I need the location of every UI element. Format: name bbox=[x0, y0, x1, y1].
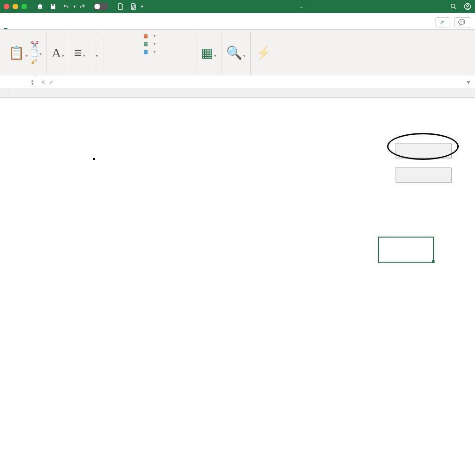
active-cell-indicator bbox=[378, 237, 434, 263]
zoom-window-button[interactable] bbox=[21, 4, 27, 9]
format-as-table-button[interactable]: ▦▾ bbox=[143, 41, 156, 47]
window-controls bbox=[4, 4, 27, 9]
filename-dropdown-icon[interactable]: ⌄ bbox=[300, 4, 303, 9]
format-painter-icon[interactable]: 🖌 bbox=[31, 58, 42, 65]
comment-icon: 💬 bbox=[458, 19, 465, 26]
cut-icon[interactable]: ✂️ bbox=[31, 41, 42, 48]
undo-icon[interactable] bbox=[62, 3, 70, 10]
question-table bbox=[93, 158, 95, 160]
print-button[interactable] bbox=[395, 167, 451, 182]
share-button[interactable]: ↗ bbox=[435, 17, 450, 27]
formula-bar: ▲▼ ✕ ✓ ▼ bbox=[0, 76, 475, 88]
new-file-icon[interactable] bbox=[117, 3, 124, 10]
ribbon-group-ideas: ⚡ bbox=[251, 32, 276, 74]
share-icon: ↗ bbox=[440, 19, 444, 26]
ribbon-group-cells: ▦▾ bbox=[196, 32, 221, 74]
cells-icon[interactable]: ▦▾ bbox=[201, 45, 216, 60]
cond-fmt-icon: ▦ bbox=[143, 33, 148, 39]
tab-formulas[interactable] bbox=[52, 24, 56, 29]
copy-icon[interactable]: 📄▾ bbox=[31, 49, 42, 57]
new-question-button[interactable] bbox=[395, 143, 451, 158]
name-box-stepper-icon[interactable]: ▲▼ bbox=[31, 79, 34, 86]
font-icon[interactable]: A▾ bbox=[52, 46, 64, 60]
tab-review[interactable] bbox=[76, 24, 80, 29]
cell-styles-button[interactable]: ▦▾ bbox=[143, 49, 156, 55]
enter-formula-icon[interactable]: ✓ bbox=[49, 79, 54, 86]
autosave-switch[interactable] bbox=[94, 3, 108, 10]
undo-dropdown-icon[interactable]: ▾ bbox=[74, 4, 76, 9]
ribbon-group-clipboard: 📋▾ ✂️ 📄▾ 🖌 bbox=[4, 32, 47, 74]
redo-icon[interactable] bbox=[79, 3, 86, 10]
tab-view[interactable] bbox=[88, 24, 92, 29]
excel-file-icon bbox=[290, 6, 293, 7]
ribbon-group-font: A▾ bbox=[47, 32, 69, 74]
tab-insert[interactable] bbox=[16, 24, 20, 29]
tab-page-layout[interactable] bbox=[40, 24, 44, 29]
ribbon: 📋▾ ✂️ 📄▾ 🖌 A▾ ≡▾ ▾ ▦▾ ▦▾ ▦▾ ▦▾ 🔍▾ bbox=[0, 30, 475, 76]
titlebar: ▾ ▾ ⌄ bbox=[0, 0, 475, 13]
ribbon-group-styles: ▦▾ ▦▾ ▦▾ bbox=[103, 32, 196, 74]
select-all-corner[interactable] bbox=[0, 88, 11, 97]
ribbon-group-number: ▾ bbox=[90, 32, 103, 74]
comment-button[interactable]: 💬 bbox=[454, 17, 471, 27]
column-headers bbox=[0, 88, 475, 98]
cancel-formula-icon[interactable]: ✕ bbox=[41, 79, 46, 86]
tab-draw[interactable] bbox=[28, 24, 32, 29]
conditional-formatting-button[interactable]: ▦▾ bbox=[143, 33, 156, 39]
autosave-toggle[interactable] bbox=[92, 3, 111, 10]
editing-icon[interactable]: 🔍▾ bbox=[226, 45, 246, 60]
minimize-window-button[interactable] bbox=[13, 4, 18, 9]
paste-icon[interactable]: 📋▾ bbox=[8, 45, 28, 60]
close-window-button[interactable] bbox=[4, 4, 9, 9]
home-icon[interactable] bbox=[36, 3, 44, 10]
svg-point-2 bbox=[467, 5, 468, 7]
svg-point-0 bbox=[451, 4, 455, 8]
search-icon[interactable] bbox=[450, 3, 457, 10]
filename-area: ⌄ bbox=[143, 4, 450, 9]
ideas-icon[interactable]: ⚡ bbox=[255, 45, 272, 60]
name-box[interactable]: ▲▼ bbox=[0, 76, 37, 88]
alignment-icon[interactable]: ≡▾ bbox=[74, 46, 85, 60]
account-icon[interactable] bbox=[464, 3, 471, 10]
tab-home[interactable] bbox=[4, 22, 7, 29]
edit-file-icon[interactable] bbox=[130, 3, 137, 10]
formula-collapse-icon[interactable]: ▼ bbox=[462, 79, 475, 86]
save-icon[interactable] bbox=[49, 3, 57, 10]
ribbon-tabs: ↗ 💬 bbox=[0, 13, 475, 30]
tab-data[interactable] bbox=[64, 24, 68, 29]
number-format-icon[interactable]: ▾ bbox=[95, 46, 98, 60]
table-fmt-icon: ▦ bbox=[143, 41, 148, 47]
ribbon-group-editing: 🔍▾ bbox=[221, 32, 251, 74]
cell-style-icon: ▦ bbox=[143, 49, 148, 55]
ribbon-group-alignment: ≡▾ bbox=[69, 32, 90, 74]
